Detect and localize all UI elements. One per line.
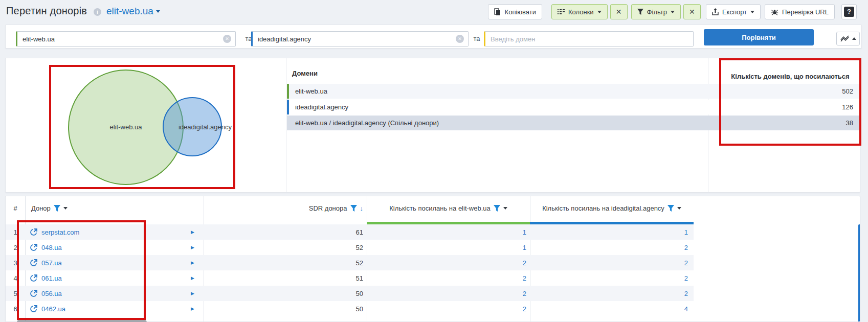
col-header-links-b: Кількість посилань на ideadigital.agency bbox=[530, 204, 694, 212]
col-header-links-a-label: Кількість посилань на elit-web.ua bbox=[389, 204, 491, 212]
col-header-donor-label: Донор bbox=[31, 204, 51, 212]
clear-icon[interactable]: ✕ bbox=[223, 35, 231, 43]
col-header-sdr: SDR донора ↓ bbox=[204, 204, 363, 212]
links-b-value[interactable]: 2 bbox=[614, 274, 688, 282]
clear-icon[interactable]: ✕ bbox=[456, 35, 464, 43]
sdr-value: 61 bbox=[292, 228, 363, 236]
summary-row-label: ideadigital.agency bbox=[289, 103, 348, 111]
vertical-scrollbar[interactable] bbox=[858, 224, 860, 322]
sdr-value: 50 bbox=[292, 305, 363, 313]
chevron-down-icon[interactable] bbox=[677, 207, 681, 210]
sdr-value: 52 bbox=[292, 259, 363, 267]
expand-row-icon[interactable]: ▶ bbox=[191, 260, 194, 265]
chevron-down-icon bbox=[750, 11, 754, 13]
expand-row-icon[interactable]: ▶ bbox=[191, 229, 194, 235]
filter-funnel-icon[interactable] bbox=[350, 205, 357, 212]
chart-toggle-button[interactable] bbox=[836, 32, 860, 45]
compare-button[interactable]: Порівняти bbox=[704, 29, 814, 45]
annotation-box-counts: Кількість доменів, що посилаються bbox=[719, 58, 861, 146]
filter-icon bbox=[637, 9, 643, 15]
intersection-panel: elit-web.ua ideadigital.agency Домени el… bbox=[5, 58, 860, 193]
copy-icon bbox=[494, 8, 501, 16]
filter-button[interactable]: Фільтр bbox=[631, 4, 681, 19]
sdr-value: 50 bbox=[292, 290, 363, 297]
links-a-value[interactable]: 1 bbox=[456, 228, 526, 236]
help-icon: ? bbox=[844, 7, 854, 17]
spider-icon bbox=[771, 8, 778, 16]
url-check-button[interactable]: Перевірка URL bbox=[765, 4, 835, 19]
chevron-down-icon bbox=[597, 11, 602, 13]
filter-reset-button[interactable]: ✕ bbox=[683, 4, 701, 19]
export-icon bbox=[712, 8, 719, 15]
domain-input-1[interactable] bbox=[16, 31, 236, 47]
copy-label: Копіювати bbox=[505, 8, 536, 16]
sort-desc-icon[interactable]: ↓ bbox=[360, 204, 364, 212]
copy-button[interactable]: Копіювати bbox=[488, 4, 542, 19]
chevron-down-icon[interactable] bbox=[503, 207, 507, 210]
links-a-value[interactable]: 2 bbox=[456, 290, 526, 297]
domain-input-3-wrap bbox=[484, 31, 694, 47]
export-button[interactable]: Експорт bbox=[706, 4, 761, 19]
summary-count-header: Кількість доменів, що посилаються bbox=[721, 73, 859, 80]
expand-row-icon[interactable]: ▶ bbox=[191, 306, 194, 311]
expand-row-icon[interactable]: ▶ bbox=[191, 245, 194, 250]
links-a-value[interactable]: 2 bbox=[456, 305, 526, 313]
domain-input-3[interactable] bbox=[484, 31, 694, 47]
links-b-value[interactable]: 2 bbox=[614, 259, 688, 267]
close-icon: ✕ bbox=[689, 8, 695, 16]
domain-input-2-wrap: ✕ bbox=[251, 31, 469, 47]
col-header-donor: Донор bbox=[31, 204, 68, 212]
donors-table: # Донор SDR донора ↓ Кількість посилань … bbox=[5, 196, 860, 322]
url-check-label: Перевірка URL bbox=[782, 8, 829, 16]
compare-panel: ✕ та ✕ та Порівняти bbox=[5, 25, 862, 49]
filter-funnel-icon[interactable] bbox=[54, 205, 60, 212]
sdr-value: 51 bbox=[292, 274, 363, 282]
close-icon: ✕ bbox=[616, 8, 622, 16]
and-label: та bbox=[470, 35, 483, 42]
chevron-down-icon bbox=[671, 11, 675, 13]
expand-row-icon[interactable]: ▶ bbox=[191, 291, 194, 296]
domain-input-2[interactable] bbox=[251, 31, 469, 47]
chevron-down-icon[interactable] bbox=[63, 207, 68, 210]
col-header-links-b-label: Кількість посилань на ideadigital.agency bbox=[542, 204, 664, 212]
divider bbox=[286, 58, 286, 193]
chevron-down-icon bbox=[156, 10, 160, 13]
columns-button[interactable]: Колонки bbox=[551, 4, 608, 19]
columns-icon bbox=[558, 9, 565, 15]
columns-label: Колонки bbox=[568, 8, 594, 16]
summary-row-label: elit-web.ua bbox=[289, 87, 327, 95]
links-a-value[interactable]: 2 bbox=[456, 259, 526, 267]
annotation-box-venn bbox=[49, 65, 235, 189]
annotation-box-donors bbox=[17, 220, 146, 320]
links-a-value[interactable]: 1 bbox=[456, 244, 526, 251]
links-a-value[interactable]: 2 bbox=[456, 274, 526, 282]
links-b-value[interactable]: 2 bbox=[614, 244, 688, 251]
col-header-index: # bbox=[6, 204, 25, 212]
chevron-up-icon bbox=[852, 37, 856, 40]
summary-row-label: elit-web.ua / ideadigital.agency (Спільн… bbox=[289, 119, 439, 127]
links-b-value[interactable]: 2 bbox=[614, 290, 688, 297]
expand-row-icon[interactable]: ▶ bbox=[191, 275, 194, 281]
columns-reset-button[interactable]: ✕ bbox=[610, 4, 628, 19]
links-b-value[interactable]: 4 bbox=[614, 305, 688, 313]
project-domain-selector[interactable]: elit-web.ua bbox=[106, 6, 160, 17]
links-b-value[interactable]: 1 bbox=[614, 228, 688, 236]
toolbar: Копіювати Колонки ✕ Фільтр ✕ Експорт bbox=[488, 4, 857, 19]
export-label: Експорт bbox=[722, 8, 747, 16]
col-header-sdr-label: SDR донора bbox=[309, 204, 347, 212]
project-domain-label: elit-web.ua bbox=[106, 6, 153, 17]
sdr-value: 52 bbox=[292, 244, 363, 251]
filter-funnel-icon[interactable] bbox=[667, 205, 674, 212]
summary-domains-header: Домени bbox=[292, 70, 318, 77]
info-icon: i bbox=[94, 8, 101, 16]
help-button[interactable]: ? bbox=[841, 4, 857, 19]
filter-label: Фільтр bbox=[647, 8, 667, 16]
page-title: Перетин донорів bbox=[6, 5, 87, 17]
col-header-links-a: Кількість посилань на elit-web.ua bbox=[367, 204, 530, 212]
filter-funnel-icon[interactable] bbox=[494, 205, 500, 212]
domain-input-1-wrap: ✕ bbox=[16, 31, 236, 47]
line-chart-icon bbox=[840, 35, 850, 42]
